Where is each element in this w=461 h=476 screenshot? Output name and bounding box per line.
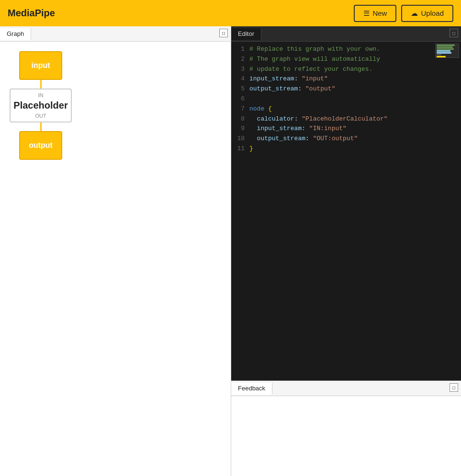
feedback-content [231,396,461,476]
feedback-expand-button[interactable]: □ [450,383,458,392]
code-line-6 [249,94,461,104]
editor-thumbnail [435,44,459,58]
right-panel: Editor □ 1 2 3 [231,26,461,476]
code-line-1: # Replace this graph with your own. [249,44,461,55]
feedback-panel: Feedback □ [231,380,461,476]
header-buttons: ☰ New ☁ Upload [354,5,453,22]
graph-tab[interactable]: Graph [0,28,31,40]
code-line-4: input_stream: "input" [249,74,461,84]
editor-content[interactable]: 1 2 3 4 5 6 7 8 9 10 11 # Replace this g… [231,42,461,380]
placeholder-out-label: OUT [35,113,46,119]
placeholder-title: Placeholder [13,100,67,111]
graph-nodes: input IN Placeholder OUT output [10,51,72,160]
code-line-9: input_stream: "IN:input" [249,124,461,134]
graph-tab-bar: Graph □ [0,26,231,42]
connector-top [40,80,42,89]
placeholder-node[interactable]: IN Placeholder OUT [10,89,72,122]
code-line-11: } [249,144,461,154]
code-line-2: # The graph view will automatically [249,55,461,65]
app-title: MediaPipe [8,8,55,19]
placeholder-in-label: IN [38,92,44,98]
upload-button[interactable]: ☁ Upload [401,5,453,22]
code-lines: # Replace this graph with your own. # Th… [249,42,461,380]
graph-expand-button[interactable]: □ [219,29,228,37]
hamburger-icon: ☰ [363,9,370,18]
code-line-8: calculator: "PlaceholderCalculator" [249,114,461,124]
editor-panel: Editor □ 1 2 3 [231,26,461,380]
graph-content: input IN Placeholder OUT output [0,42,231,476]
left-panel: Graph □ input IN Placeholder OUT [0,26,231,476]
code-line-3: # update to reflect your changes. [249,65,461,75]
code-line-10: output_stream: "OUT:output" [249,134,461,144]
connector-bottom [40,122,42,131]
upload-icon: ☁ [411,9,418,18]
new-button[interactable]: ☰ New [354,5,396,22]
header: MediaPipe ☰ New ☁ Upload [0,0,461,26]
editor-tab-bar: Editor □ [231,26,461,42]
code-line-7: node { [249,104,461,114]
graph-panel: Graph □ input IN Placeholder OUT [0,26,231,476]
feedback-tab-bar: Feedback □ [231,381,461,396]
feedback-tab[interactable]: Feedback [231,383,272,395]
line-numbers: 1 2 3 4 5 6 7 8 9 10 11 [231,42,249,380]
code-line-5: output_stream: "output" [249,84,461,94]
code-area: 1 2 3 4 5 6 7 8 9 10 11 # Replace this g… [231,42,461,380]
main-layout: Graph □ input IN Placeholder OUT [0,26,461,476]
output-node[interactable]: output [19,131,62,160]
input-node[interactable]: input [19,51,62,80]
editor-tab[interactable]: Editor [231,28,261,40]
editor-expand-button[interactable]: □ [450,29,458,37]
